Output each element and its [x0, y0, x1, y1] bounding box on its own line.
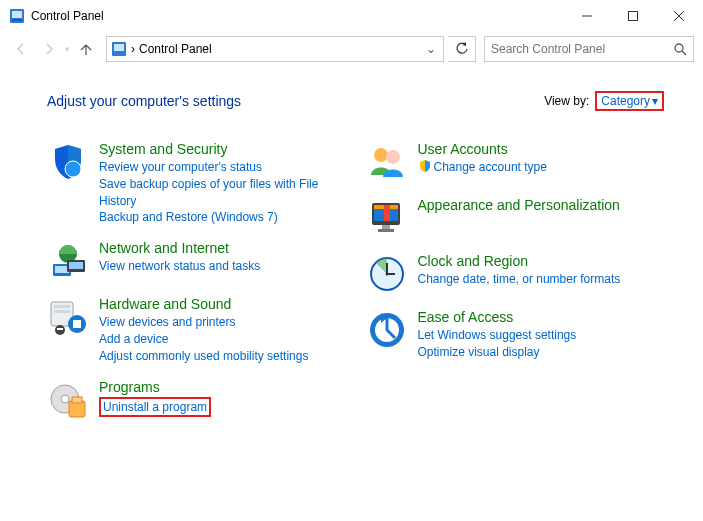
category-ease: Ease of AccessLet Windows suggest settin… — [366, 309, 665, 361]
maximize-button[interactable] — [610, 1, 656, 31]
back-button[interactable] — [9, 37, 33, 61]
svg-point-28 — [374, 148, 388, 162]
up-button[interactable] — [74, 37, 98, 61]
category-link[interactable]: Change account type — [418, 159, 665, 176]
users-icon — [366, 141, 408, 183]
category-link[interactable]: Adjust commonly used mobility settings — [99, 348, 346, 365]
content-header: Adjust your computer's settings View by:… — [47, 91, 664, 111]
minimize-button[interactable] — [564, 1, 610, 31]
category-link[interactable]: Add a device — [99, 331, 346, 348]
view-by-label: View by: — [544, 94, 589, 108]
category-link[interactable]: Uninstall a program — [99, 397, 346, 418]
category-title[interactable]: Programs — [99, 379, 346, 395]
svg-line-10 — [682, 51, 686, 55]
address-icon — [111, 41, 127, 57]
ease-icon — [366, 309, 408, 351]
category-text: Hardware and SoundView devices and print… — [99, 296, 346, 364]
category-network: Network and InternetView network status … — [47, 240, 346, 282]
chevron-down-icon: ▾ — [652, 94, 658, 108]
history-dropdown-icon[interactable]: ▾ — [65, 44, 70, 54]
svg-rect-19 — [54, 310, 70, 313]
svg-point-40 — [385, 273, 388, 276]
category-link[interactable]: Let Windows suggest settings — [418, 327, 665, 344]
category-clock: Clock and RegionChange date, time, or nu… — [366, 253, 665, 295]
navbar: ▾ › Control Panel ⌄ — [1, 31, 702, 67]
programs-icon — [47, 379, 89, 421]
svg-rect-35 — [378, 229, 394, 232]
page-title: Adjust your computer's settings — [47, 93, 241, 109]
category-text: Appearance and Personalization — [418, 197, 665, 239]
svg-point-9 — [675, 44, 683, 52]
category-text: ProgramsUninstall a program — [99, 379, 346, 421]
shield-icon — [47, 141, 89, 183]
svg-rect-18 — [54, 305, 70, 308]
category-title[interactable]: Hardware and Sound — [99, 296, 346, 312]
network-icon — [47, 240, 89, 282]
view-by: View by: Category ▾ — [544, 91, 664, 111]
category-text: Clock and RegionChange date, time, or nu… — [418, 253, 665, 295]
search-icon[interactable] — [673, 42, 687, 56]
svg-point-11 — [65, 161, 81, 177]
category-text: System and SecurityReview your computer'… — [99, 141, 346, 226]
content-area: Adjust your computer's settings View by:… — [1, 67, 702, 445]
category-appearance: Appearance and Personalization — [366, 197, 665, 239]
svg-point-29 — [386, 150, 400, 164]
category-text: Ease of AccessLet Windows suggest settin… — [418, 309, 665, 361]
view-by-dropdown[interactable]: Category ▾ — [595, 91, 664, 111]
category-hardware: Hardware and SoundView devices and print… — [47, 296, 346, 364]
svg-rect-14 — [55, 266, 69, 273]
search-input[interactable] — [491, 42, 673, 56]
category-users: User AccountsChange account type — [366, 141, 665, 183]
category-title[interactable]: Clock and Region — [418, 253, 665, 269]
category-title[interactable]: Network and Internet — [99, 240, 346, 256]
svg-rect-23 — [57, 328, 63, 330]
control-panel-icon — [9, 8, 25, 24]
svg-rect-16 — [69, 262, 83, 269]
svg-rect-21 — [73, 320, 81, 328]
category-columns: System and SecurityReview your computer'… — [47, 141, 664, 435]
hardware-icon — [47, 296, 89, 338]
category-title[interactable]: Appearance and Personalization — [418, 197, 665, 213]
svg-rect-33 — [384, 205, 390, 221]
category-text: Network and InternetView network status … — [99, 240, 346, 282]
breadcrumb-sep: › — [131, 42, 135, 56]
svg-rect-27 — [72, 397, 82, 403]
category-link[interactable]: View network status and tasks — [99, 258, 346, 275]
category-link[interactable]: Review your computer's status — [99, 159, 346, 176]
svg-rect-8 — [114, 44, 124, 51]
breadcrumb[interactable]: › Control Panel — [131, 42, 417, 56]
left-column: System and SecurityReview your computer'… — [47, 141, 346, 435]
view-by-value: Category — [601, 94, 650, 108]
category-title[interactable]: System and Security — [99, 141, 346, 157]
category-link[interactable]: View devices and printers — [99, 314, 346, 331]
category-programs: ProgramsUninstall a program — [47, 379, 346, 421]
address-bar[interactable]: › Control Panel ⌄ — [106, 36, 444, 62]
titlebar: Control Panel — [1, 1, 702, 31]
window-title: Control Panel — [31, 9, 564, 23]
appearance-icon — [366, 197, 408, 239]
svg-rect-1 — [12, 11, 22, 18]
svg-point-25 — [61, 395, 69, 403]
category-link[interactable]: Save backup copies of your files with Fi… — [99, 176, 346, 210]
right-column: User AccountsChange account typeAppearan… — [366, 141, 665, 435]
svg-rect-4 — [629, 12, 638, 21]
close-button[interactable] — [656, 1, 702, 31]
category-text: User AccountsChange account type — [418, 141, 665, 183]
category-link[interactable]: Backup and Restore (Windows 7) — [99, 209, 346, 226]
search-box[interactable] — [484, 36, 694, 62]
category-link[interactable]: Change date, time, or number formats — [418, 271, 665, 288]
address-dropdown-icon[interactable]: ⌄ — [421, 42, 441, 56]
breadcrumb-text: Control Panel — [139, 42, 212, 56]
category-title[interactable]: User Accounts — [418, 141, 665, 157]
category-title[interactable]: Ease of Access — [418, 309, 665, 325]
category-shield: System and SecurityReview your computer'… — [47, 141, 346, 226]
refresh-button[interactable] — [448, 36, 476, 62]
category-link[interactable]: Optimize visual display — [418, 344, 665, 361]
forward-button[interactable] — [37, 37, 61, 61]
clock-icon — [366, 253, 408, 295]
svg-rect-34 — [382, 225, 390, 229]
svg-rect-2 — [12, 19, 22, 21]
